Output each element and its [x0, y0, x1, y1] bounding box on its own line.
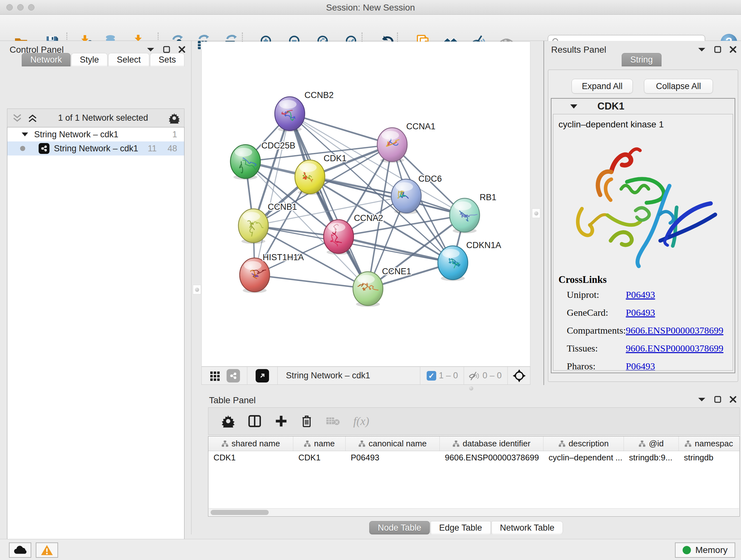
network-view-toolbar: String Network – cdk1 ✓ 1 – 0 0 – 0: [201, 367, 530, 385]
crosslink-label: Uniprot:: [567, 289, 626, 300]
network-selection-status: 1 of 1 Network selected: [37, 113, 169, 123]
cell-shared-name: CDK1: [208, 453, 293, 462]
network-node-count: 11: [148, 144, 157, 153]
left-splitter-handle[interactable]: [193, 285, 201, 294]
crosslink-uniprot-link[interactable]: P06493: [626, 289, 655, 300]
network-collection-row[interactable]: String Network – cdk1 1: [7, 127, 184, 141]
column-header-name[interactable]: name: [293, 436, 346, 451]
results-panel: Results Panel String Expand All Collapse…: [543, 41, 741, 385]
close-panel-icon[interactable]: [730, 46, 737, 53]
column-header-shared-name[interactable]: shared name: [208, 436, 293, 451]
function-builder-icon-disabled: f(x): [353, 415, 369, 428]
collection-count: 1: [172, 130, 177, 139]
column-header-canonical-name[interactable]: canonical name: [346, 436, 440, 451]
float-panel-icon[interactable]: [714, 46, 721, 53]
expand-all-networks-icon[interactable]: [28, 114, 37, 122]
cloud-icon: [13, 545, 27, 555]
string-results-frame: Expand All Collapse All CDK1 cyclin–depe…: [548, 70, 738, 382]
main-toolbar: ?: [0, 15, 741, 41]
table-settings-gear-icon[interactable]: [222, 415, 234, 428]
collapse-all-button[interactable]: Collapse All: [644, 79, 713, 94]
close-panel-icon[interactable]: [730, 396, 737, 403]
node-table: shared name name canonical name database…: [208, 436, 740, 516]
cell-name: CDK1: [293, 453, 346, 462]
column-type-icon: [221, 440, 228, 447]
protein-name: CDK1: [597, 101, 624, 112]
add-column-icon[interactable]: [275, 415, 287, 428]
memory-button[interactable]: Memory: [675, 543, 735, 558]
warning-icon: [41, 544, 53, 556]
string-network-icon: [39, 143, 50, 154]
node-label-ccna2: CCNA2: [354, 213, 383, 223]
network-edge-count: 48: [167, 144, 177, 153]
node-label-ccna1: CCNA1: [406, 122, 435, 131]
network-selector-bar: 1 of 1 Network selected: [7, 109, 185, 127]
cloud-status-button[interactable]: [9, 543, 31, 558]
show-columns-icon[interactable]: [248, 415, 261, 428]
hidden-eye-icon[interactable]: [468, 371, 480, 381]
panel-menu-icon[interactable]: [146, 47, 155, 52]
tab-sets[interactable]: Sets: [150, 53, 185, 66]
memory-status-dot: [683, 546, 691, 554]
status-bar: Memory: [0, 539, 741, 560]
cell-database-identifier: 9606.ENSP00000378699: [440, 453, 543, 462]
tab-edge-table[interactable]: Edge Table: [430, 521, 491, 535]
node-label-cdkn1a: CDKN1A: [466, 240, 501, 250]
network-share-view-icon[interactable]: [226, 369, 240, 382]
panel-menu-icon[interactable]: [697, 396, 706, 402]
birds-eye-view-icon[interactable]: [256, 369, 269, 382]
tab-network-table[interactable]: Network Table: [491, 521, 563, 535]
float-panel-icon[interactable]: [163, 46, 170, 53]
collapse-all-networks-icon[interactable]: [12, 114, 22, 122]
cell-namespace: stringdb: [679, 453, 739, 462]
crosslink-pharos-link[interactable]: P06493: [626, 361, 655, 371]
tab-style[interactable]: Style: [71, 53, 108, 66]
horizontal-splitter-handle[interactable]: [469, 386, 473, 390]
column-type-icon: [453, 440, 460, 447]
network-graph[interactable]: CCNB2CCNA1CDC25BCDK1CDC6RB1CCNB1CCNA2CDK…: [202, 42, 530, 366]
network-row[interactable]: String Network – cdk1 11 48: [7, 141, 184, 155]
selected-nodes-checkbox[interactable]: ✓: [427, 371, 436, 381]
protein-description: cyclin–dependent kinase 1: [558, 119, 733, 130]
section-expander-icon[interactable]: [570, 104, 578, 109]
collection-expander-icon[interactable]: [21, 132, 28, 137]
node-table-header: shared name name canonical name database…: [208, 436, 739, 451]
close-panel-icon[interactable]: [179, 46, 185, 53]
column-header-database-identifier[interactable]: database identifier: [440, 436, 543, 451]
right-splitter-handle[interactable]: [532, 208, 540, 218]
crosslinks-heading: CrossLinks: [558, 274, 728, 286]
network-view-title: String Network – cdk1: [286, 371, 370, 381]
tab-select[interactable]: Select: [108, 53, 149, 66]
float-panel-icon[interactable]: [714, 396, 721, 403]
expand-all-button[interactable]: Expand All: [571, 79, 633, 94]
network-options-gear-icon[interactable]: [169, 113, 180, 124]
cell-canonical-name: P06493: [346, 453, 440, 462]
crosslink-compartments-link[interactable]: 9606.ENSP00000378699: [626, 325, 724, 336]
column-header-description[interactable]: description: [543, 436, 624, 451]
table-horizontal-scrollbar: [209, 508, 739, 516]
protein-section-header[interactable]: CDK1: [551, 99, 735, 114]
column-header-at-id[interactable]: @id: [624, 436, 679, 451]
table-row[interactable]: CDK1 CDK1 P06493 9606.ENSP00000378699 cy…: [208, 451, 739, 464]
crosslink-genecard-link[interactable]: P06493: [626, 307, 655, 318]
network-canvas[interactable]: CCNB2CCNA1CDC25BCDK1CDC6RB1CCNB1CCNA2CDK…: [201, 42, 530, 367]
column-header-namespace[interactable]: namespac: [679, 436, 739, 451]
grid-view-icon[interactable]: [209, 369, 221, 382]
panel-menu-icon[interactable]: [697, 47, 706, 52]
memory-label: Memory: [695, 545, 728, 555]
node-label-rb1: RB1: [480, 192, 496, 202]
protein-structure-image: [560, 133, 726, 270]
tab-string[interactable]: String: [622, 53, 662, 66]
delete-column-icon[interactable]: [301, 415, 313, 428]
crosslink-label: Tissues:: [567, 343, 626, 354]
delete-table-icon-disabled: [326, 416, 340, 427]
tab-network[interactable]: Network: [22, 53, 71, 66]
crosslink-tissues-link[interactable]: 9606.ENSP00000378699: [626, 343, 724, 354]
tab-node-table[interactable]: Node Table: [369, 521, 430, 535]
crosslinks-section: CrossLinks Uniprot: P06493 GeneCard: P06…: [558, 274, 728, 371]
selected-count: 1 – 0: [439, 371, 458, 381]
warning-status-button[interactable]: [36, 543, 58, 558]
table-toolbar: f(x): [208, 408, 740, 435]
scrollbar-thumb[interactable]: [211, 510, 269, 515]
fit-crosshair-icon[interactable]: [512, 369, 526, 383]
